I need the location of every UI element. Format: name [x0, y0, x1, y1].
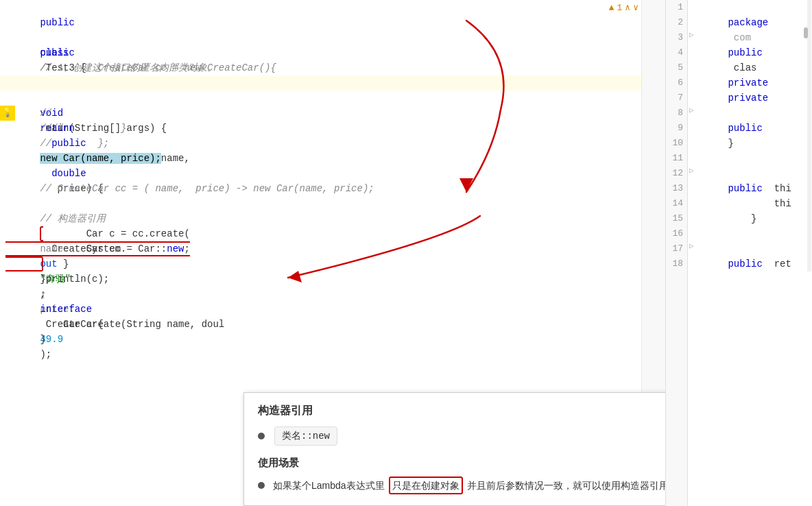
right-scrollbar-track: [807, 0, 811, 272]
right-code-13: thi: [688, 181, 812, 196]
code-line-7: // return new Car(name, price);: [0, 91, 641, 106]
code-line-6: 💡 // public Car create(String name, doub…: [0, 75, 641, 91]
right-code-4: private: [688, 45, 812, 60]
right-line-7: 7: [666, 91, 687, 106]
right-code-panel: 1 2 3 4 5 6 7 8 9 10 11 12 13 14 15 16 1…: [665, 0, 812, 506]
code-line-10: [0, 136, 641, 151]
code-editor[interactable]: public class Test3 { public static void …: [0, 0, 641, 332]
fold-indicator-7[interactable]: ▷: [689, 106, 694, 115]
desc-before: 如果某个Lambda表达式里: [273, 478, 385, 493]
right-line-8: 8: [666, 106, 687, 121]
right-line-11: 11: [666, 151, 687, 166]
bullet-icon-2: [258, 482, 265, 489]
fold-indicator-11[interactable]: ▷: [689, 166, 694, 175]
right-code-8: [688, 106, 812, 121]
bullet-icon: [258, 433, 265, 439]
code-line-3: // 1、创建这个接口的匿名内部类对象。: [0, 30, 641, 45]
right-line-numbers: 1 2 3 4 5 6 7 8 9 10 11 12 13 14 15 16 1…: [666, 0, 688, 506]
right-code-5: private: [688, 60, 812, 75]
right-line-17: 17: [666, 241, 687, 256]
right-line-10: 10: [666, 136, 687, 151]
code-line-21: Car create(String name, doul: [0, 302, 641, 317]
code-line-4: // CreateCar cc = new CreateCar(){: [0, 45, 641, 60]
popup-section-title: 使用场景: [258, 457, 665, 470]
right-line-3: 3: [666, 30, 687, 45]
code-line-15: Car c = cc.create( name: "奔驰" , price: 4…: [0, 211, 641, 226]
right-code-9: }: [688, 121, 812, 136]
right-code-16: public: [688, 226, 812, 241]
code-line-22: }: [0, 317, 641, 332]
right-line-1: 1: [666, 0, 687, 15]
desc-highlight: 只是在创建对象: [389, 477, 463, 494]
right-code-1: package com: [688, 0, 812, 15]
right-line-14: 14: [666, 196, 687, 211]
constructor-reference-popup: 构造器引用 类名::new 使用场景 如果某个Lambda表达式里 只是在创建对…: [243, 392, 665, 506]
code-line-13: // 构造器引用: [0, 181, 641, 196]
right-line-12: 12: [666, 166, 687, 181]
popup-syntax-row: 类名::new: [258, 426, 665, 446]
popup-description: 如果某个Lambda表达式里 只是在创建对象 并且前后参数情况一致，就可以使用构…: [258, 477, 665, 494]
right-code-12: thi: [688, 166, 812, 181]
right-code-7: public: [688, 91, 812, 106]
right-code-11: public: [688, 151, 812, 166]
right-line-15: 15: [666, 211, 687, 226]
right-line-13: 13: [666, 181, 687, 196]
code-line-1: public class Test3 {: [0, 0, 641, 15]
right-code-3: public clas: [688, 30, 812, 45]
code-line-16: System. out .println(c);: [0, 226, 641, 241]
code-line-20: interface CreateCar{: [0, 287, 641, 302]
right-line-9: 9: [666, 121, 687, 136]
code-line-14: CreateCar cc = Car::new; ↑: [0, 196, 641, 211]
syntax-code: 类名::new: [274, 426, 337, 446]
left-code-panel: ▲ 1 ∧ ∨ public class Test3 { public stat…: [0, 0, 665, 506]
right-code-10: [688, 136, 812, 151]
code-line-9: // };: [0, 121, 641, 136]
right-code-15: [688, 211, 812, 226]
right-line-6: 6: [666, 75, 687, 91]
fold-indicator-3[interactable]: ▷: [689, 30, 694, 39]
right-line-5: 5: [666, 60, 687, 75]
right-code-content: package com public clas private private …: [688, 0, 812, 272]
code-line-12: [0, 166, 641, 181]
right-code-2: [688, 15, 812, 30]
desc-after: 并且前后参数情况一致，就可以使用构造器引用。: [467, 478, 665, 493]
right-code-6: [688, 75, 812, 91]
code-line-17: }: [0, 241, 641, 256]
code-line-5: // @Override: [0, 60, 641, 75]
code-line-19: [0, 272, 641, 287]
popup-title: 构造器引用: [258, 404, 665, 418]
right-line-4: 4: [666, 45, 687, 60]
code-line-8: // }: [0, 106, 641, 121]
right-line-16: 16: [666, 226, 687, 241]
code-line-2: public static void main(String[] args) {: [0, 15, 641, 30]
right-scrollbar-thumb[interactable]: [804, 27, 808, 38]
code-line-11: // CreateCar cc = ( name, price) -> new …: [0, 151, 641, 166]
fold-indicator-16[interactable]: ▷: [689, 241, 694, 250]
code-line-18: }: [0, 256, 641, 272]
right-line-18: 18: [666, 256, 687, 272]
right-line-2: 2: [666, 15, 687, 30]
right-code-17: ret: [688, 241, 812, 256]
right-code-18: }: [688, 256, 812, 272]
right-code-14: }: [688, 196, 812, 211]
